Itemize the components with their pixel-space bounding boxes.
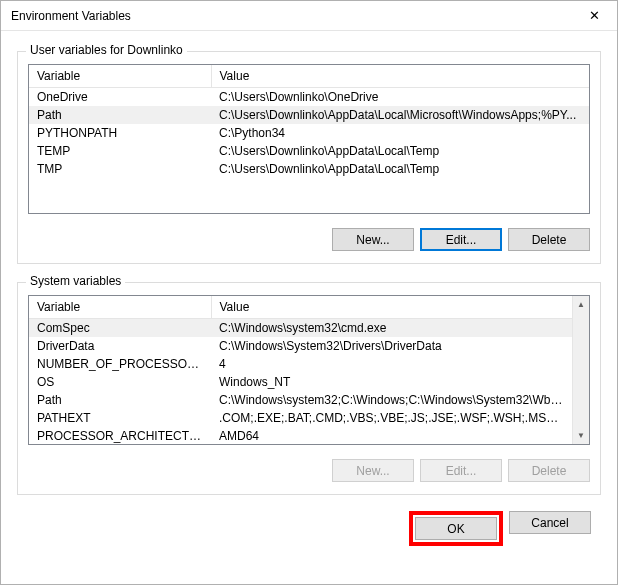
user-variables-legend: User variables for Downlinko: [26, 43, 187, 57]
user-col-variable[interactable]: Variable: [29, 65, 211, 88]
user-col-value[interactable]: Value: [211, 65, 589, 88]
system-edit-button[interactable]: Edit...: [420, 459, 502, 482]
window-title: Environment Variables: [11, 9, 572, 23]
table-row[interactable]: TEMP C:\Users\Downlinko\AppData\Local\Te…: [29, 142, 589, 160]
system-button-row: New... Edit... Delete: [28, 459, 590, 482]
table-row[interactable]: PYTHONPATH C:\Python34: [29, 124, 589, 142]
system-delete-button[interactable]: Delete: [508, 459, 590, 482]
user-new-button[interactable]: New...: [332, 228, 414, 251]
env-variables-dialog: Environment Variables ✕ User variables f…: [0, 0, 618, 585]
table-row[interactable]: NUMBER_OF_PROCESSORS 4: [29, 355, 572, 373]
system-variables-legend: System variables: [26, 274, 125, 288]
system-scrollbar[interactable]: ▲ ▼: [572, 296, 589, 444]
table-row[interactable]: PROCESSOR_ARCHITECTURE AMD64: [29, 427, 572, 445]
user-variables-group: User variables for Downlinko Variable Va…: [17, 51, 601, 264]
user-variables-table[interactable]: Variable Value OneDrive C:\Users\Downlin…: [28, 64, 590, 214]
system-new-button[interactable]: New...: [332, 459, 414, 482]
close-icon: ✕: [589, 8, 600, 23]
system-variables-group: System variables Variable Value ComSpec …: [17, 282, 601, 495]
table-row[interactable]: PATHEXT .COM;.EXE;.BAT;.CMD;.VBS;.VBE;.J…: [29, 409, 572, 427]
user-delete-button[interactable]: Delete: [508, 228, 590, 251]
table-row[interactable]: OS Windows_NT: [29, 373, 572, 391]
cancel-button[interactable]: Cancel: [509, 511, 591, 534]
table-row[interactable]: DriverData C:\Windows\System32\Drivers\D…: [29, 337, 572, 355]
scroll-down-icon[interactable]: ▼: [573, 427, 589, 444]
system-variables-table[interactable]: Variable Value ComSpec C:\Windows\system…: [28, 295, 590, 445]
table-row[interactable]: OneDrive C:\Users\Downlinko\OneDrive: [29, 88, 589, 107]
ok-button[interactable]: OK: [415, 517, 497, 540]
table-row[interactable]: Path C:\Windows\system32;C:\Windows;C:\W…: [29, 391, 572, 409]
sys-col-variable[interactable]: Variable: [29, 296, 211, 319]
dialog-content: User variables for Downlinko Variable Va…: [1, 31, 617, 584]
close-button[interactable]: ✕: [572, 1, 617, 31]
user-edit-button[interactable]: Edit...: [420, 228, 502, 251]
scroll-up-icon[interactable]: ▲: [573, 296, 589, 313]
table-row[interactable]: Path C:\Users\Downlinko\AppData\Local\Mi…: [29, 106, 589, 124]
scroll-track[interactable]: [573, 313, 589, 427]
user-button-row: New... Edit... Delete: [28, 228, 590, 251]
table-row[interactable]: TMP C:\Users\Downlinko\AppData\Local\Tem…: [29, 160, 589, 178]
table-row[interactable]: ComSpec C:\Windows\system32\cmd.exe: [29, 319, 572, 338]
dialog-button-row: OK Cancel: [17, 511, 601, 546]
titlebar: Environment Variables ✕: [1, 1, 617, 31]
sys-col-value[interactable]: Value: [211, 296, 572, 319]
ok-highlight: OK: [409, 511, 503, 546]
